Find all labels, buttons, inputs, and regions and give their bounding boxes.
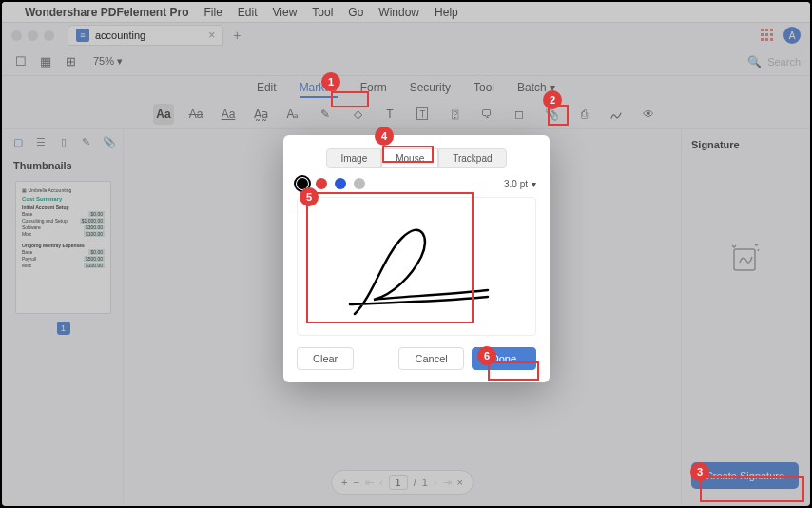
callout-1: 1 bbox=[321, 72, 340, 91]
color-gray[interactable] bbox=[354, 178, 365, 189]
color-red[interactable] bbox=[316, 178, 327, 189]
stroke-width-select[interactable]: 3.0 pt▾ bbox=[504, 179, 536, 189]
signature-canvas[interactable] bbox=[297, 197, 536, 336]
cancel-button[interactable]: Cancel bbox=[398, 347, 463, 370]
input-method-tabs: Image Mouse Trackpad bbox=[297, 148, 536, 168]
signature-dialog: Image Mouse Trackpad 3.0 pt▾ Clear Cance… bbox=[283, 135, 550, 382]
tab-image[interactable]: Image bbox=[326, 148, 381, 168]
callout-2: 2 bbox=[543, 90, 562, 109]
callout-6: 6 bbox=[477, 346, 496, 365]
tab-mouse[interactable]: Mouse bbox=[381, 148, 438, 168]
callout-5: 5 bbox=[300, 187, 319, 206]
color-blue[interactable] bbox=[335, 178, 346, 189]
callout-4: 4 bbox=[375, 127, 394, 146]
callout-3: 3 bbox=[690, 462, 709, 481]
color-picker: 3.0 pt▾ bbox=[297, 178, 536, 189]
tab-trackpad[interactable]: Trackpad bbox=[438, 148, 506, 168]
clear-button[interactable]: Clear bbox=[297, 347, 354, 370]
